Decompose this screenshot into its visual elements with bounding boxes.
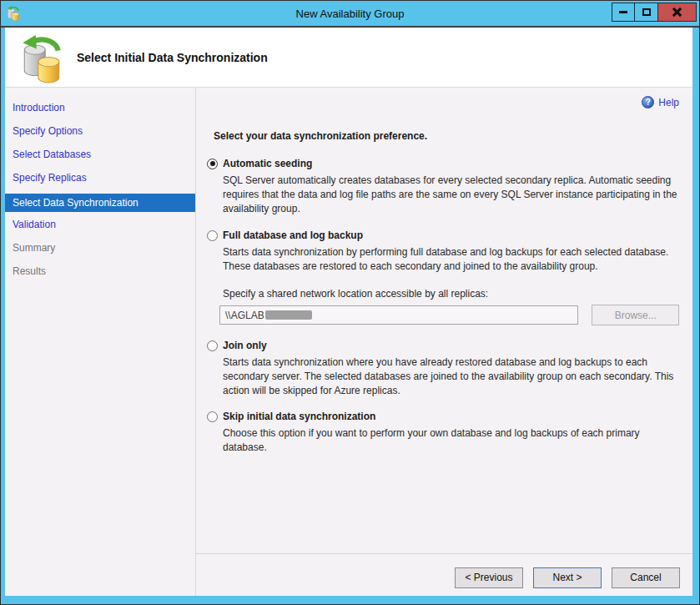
previous-button[interactable]: < Previous: [455, 567, 523, 588]
radio-label-skip-sync[interactable]: Skip initial data synchronization: [223, 411, 375, 422]
skip-sync-description: Choose this option if you want to perfor…: [223, 426, 692, 455]
availability-group-app-icon: [6, 6, 21, 21]
help-label: Help: [658, 97, 679, 108]
radio-label-join-only[interactable]: Join only: [223, 340, 267, 351]
close-icon: [672, 7, 682, 18]
radio-label-full-backup[interactable]: Full database and log backup: [223, 229, 363, 241]
option-join-only: Join only Starts data synchronization wh…: [207, 340, 679, 398]
radio-full-backup[interactable]: [207, 230, 218, 241]
page-title: Select Initial Data Synchronization: [77, 51, 268, 64]
minimize-icon: [619, 11, 627, 13]
minimize-button[interactable]: [612, 3, 635, 22]
browse-button[interactable]: Browse...: [592, 305, 679, 325]
sidebar-item-validation[interactable]: Validation: [5, 214, 195, 238]
window-controls: [612, 3, 697, 22]
network-location-label: Specify a shared network location access…: [223, 288, 679, 300]
sidebar-item-select-data-synchronization[interactable]: Select Data Synchronization: [5, 194, 195, 212]
network-location-value: \\AGLAB: [225, 310, 264, 321]
sidebar-item-specify-replicas[interactable]: Specify Replicas: [5, 168, 195, 191]
sidebar-item-introduction[interactable]: Introduction: [5, 98, 195, 121]
full-backup-description: Starts data synchronization by performin…: [223, 245, 692, 274]
network-location-input[interactable]: \\AGLAB: [219, 305, 578, 325]
option-skip-sync: Skip initial data synchronization Choose…: [207, 411, 679, 455]
cancel-button[interactable]: Cancel: [612, 567, 680, 588]
maximize-button[interactable]: [635, 3, 658, 22]
sync-preference-prompt: Select your data synchronization prefere…: [214, 130, 679, 142]
radio-automatic-seeding[interactable]: [207, 159, 218, 169]
radio-label-automatic-seeding[interactable]: Automatic seeding: [223, 158, 312, 169]
help-icon: ?: [642, 96, 654, 108]
join-only-description: Starts data synchronization where you ha…: [223, 355, 692, 398]
sidebar-item-results: Results: [5, 261, 195, 285]
next-button[interactable]: Next >: [533, 567, 602, 588]
help-link[interactable]: ? Help: [642, 96, 679, 108]
window-title: New Availability Group: [1, 8, 699, 20]
availability-group-icon: [20, 35, 63, 83]
wizard-footer: < Previous Next > Cancel: [196, 553, 692, 596]
titlebar: New Availability Group: [1, 1, 699, 26]
option-automatic-seeding: Automatic seeding SQL Server automatical…: [207, 158, 679, 216]
sidebar-item-select-databases[interactable]: Select Databases: [5, 144, 195, 168]
radio-skip-sync[interactable]: [207, 411, 218, 422]
new-availability-group-window: New Availability Group: [0, 0, 700, 605]
radio-join-only[interactable]: [207, 340, 218, 351]
maximize-icon: [642, 8, 651, 16]
wizard-header: Select Initial Data Synchronization: [5, 28, 692, 88]
sidebar-item-specify-options[interactable]: Specify Options: [5, 121, 195, 144]
sidebar-item-summary: Summary: [5, 238, 195, 261]
option-full-backup: Full database and log backup Starts data…: [207, 229, 679, 325]
automatic-seeding-description: SQL Server automatically creates databas…: [223, 174, 692, 216]
redacted-text: [265, 310, 312, 320]
close-button[interactable]: [658, 3, 697, 22]
wizard-steps-sidebar: Introduction Specify Options Select Data…: [5, 88, 195, 596]
